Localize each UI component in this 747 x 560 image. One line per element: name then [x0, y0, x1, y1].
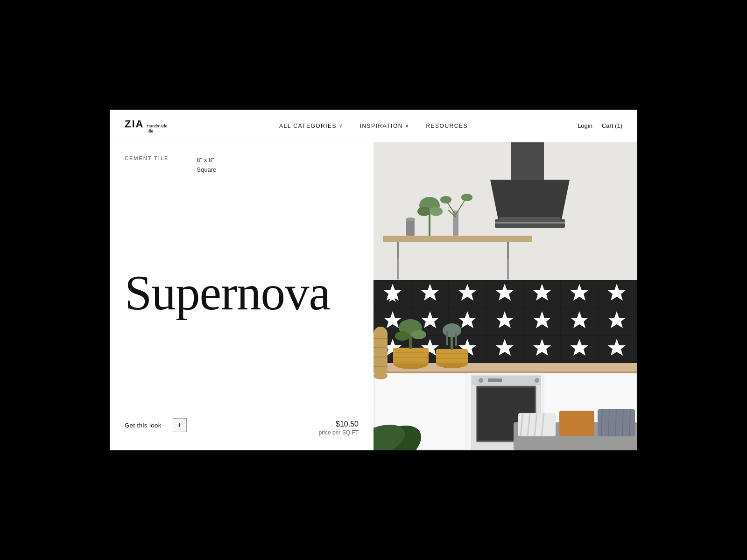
- svg-rect-79: [488, 378, 502, 382]
- get-look-row: Get this look +: [125, 418, 204, 432]
- get-look-underline: [125, 437, 204, 437]
- svg-rect-7: [383, 236, 532, 242]
- svg-rect-116: [559, 411, 594, 436]
- logo-subtitle: Handmade Tile: [147, 124, 167, 134]
- price-value: $10.50: [319, 420, 359, 428]
- login-link[interactable]: Login: [578, 122, 592, 129]
- cart-link[interactable]: Cart (1): [602, 122, 622, 129]
- svg-point-17: [430, 207, 443, 216]
- kitchen-image: [374, 142, 637, 450]
- nav-resources[interactable]: RESOURCES: [426, 123, 468, 129]
- nav-center: ALL CATEGORIES ∨ INSPIRATION ∨ RESOURCES: [279, 123, 468, 129]
- nav-inspiration[interactable]: INSPIRATION ∨: [360, 123, 409, 129]
- right-panel: [374, 142, 637, 450]
- bottom-bar: Get this look + $10.50 price per SQ FT: [125, 411, 359, 437]
- main-layout: CEMENT TILE 8" x 8" Square Supernova Get…: [110, 142, 637, 450]
- svg-point-91: [395, 331, 410, 341]
- category-label: CEMENT TILE: [125, 155, 169, 161]
- svg-point-13: [406, 217, 415, 221]
- nav-all-categories[interactable]: ALL CATEGORIES ∨: [279, 123, 343, 129]
- chevron-down-icon: ∨: [339, 123, 343, 128]
- browser-window: ZIA Handmade Tile ALL CATEGORIES ∨ INSPI…: [110, 110, 637, 451]
- svg-rect-94: [436, 349, 468, 364]
- logo-brand: ZIA: [125, 118, 144, 130]
- svg-rect-6: [495, 222, 565, 224]
- svg-rect-101: [455, 333, 457, 346]
- svg-point-16: [417, 207, 430, 216]
- kitchen-scene: [374, 142, 637, 450]
- svg-marker-11: [507, 242, 509, 259]
- left-panel: CEMENT TILE 8" x 8" Square Supernova Get…: [110, 142, 374, 450]
- logo[interactable]: ZIA Handmade Tile: [125, 118, 167, 134]
- svg-rect-18: [453, 212, 458, 236]
- svg-point-99: [443, 323, 461, 337]
- svg-rect-2: [511, 142, 544, 180]
- svg-rect-100: [446, 331, 448, 345]
- svg-point-24: [461, 194, 472, 201]
- svg-point-92: [411, 330, 426, 339]
- chevron-down-icon: ∨: [405, 123, 409, 128]
- price-section: $10.50 price per SQ FT: [319, 420, 359, 436]
- navigation: ZIA Handmade Tile ALL CATEGORIES ∨ INSPI…: [110, 110, 637, 143]
- svg-marker-10: [397, 242, 399, 259]
- nav-right: Login Cart (1): [578, 122, 622, 129]
- svg-rect-5: [500, 217, 560, 221]
- svg-rect-85: [393, 348, 429, 364]
- size-value: 8" x 8": [197, 155, 216, 165]
- svg-point-81: [535, 378, 539, 383]
- product-title-area: Supernova: [125, 175, 359, 411]
- get-look-section: Get this look +: [125, 418, 204, 437]
- get-look-button[interactable]: +: [173, 418, 187, 432]
- product-title: Supernova: [125, 268, 330, 317]
- svg-rect-103: [374, 327, 388, 376]
- svg-point-80: [479, 378, 483, 383]
- shape-value: Square: [197, 165, 216, 175]
- get-look-label: Get this look: [125, 422, 162, 429]
- svg-rect-12: [406, 219, 415, 236]
- meta-row: CEMENT TILE 8" x 8" Square: [125, 155, 359, 175]
- size-info: 8" x 8" Square: [197, 155, 216, 175]
- svg-rect-71: [374, 371, 637, 373]
- price-unit: price per SQ FT: [319, 429, 359, 436]
- svg-point-23: [440, 196, 451, 203]
